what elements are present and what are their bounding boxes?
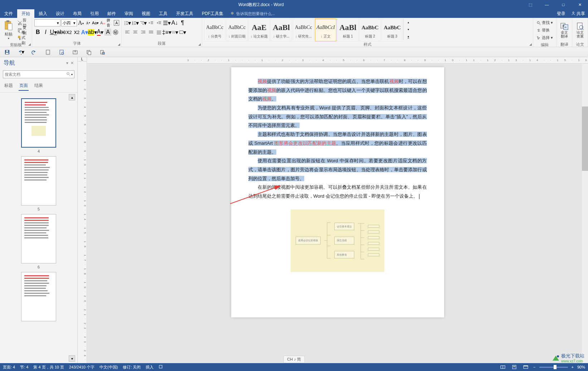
styles-gallery[interactable]: AaBbCc↓ 分类号AaBbCc↓ 封面日期AaE↓ 论文标题AaBl↓ 硕士…	[204, 19, 403, 41]
borders-button[interactable]: ▾	[179, 29, 186, 36]
nav-close-icon[interactable]: ✕	[71, 61, 74, 65]
document-image[interactable]: 通用会议纪要模板 会议基本信息 报告流程 其他事项	[291, 209, 384, 272]
qat-insert-icon[interactable]	[99, 49, 106, 56]
align-right-button[interactable]	[140, 29, 147, 36]
nav-tab-pages[interactable]: 页面	[19, 81, 29, 91]
bold-button[interactable]: B	[34, 29, 42, 36]
align-distributed-button[interactable]	[155, 29, 162, 36]
asian-layout-button[interactable]: ☰▾	[163, 19, 170, 26]
paragraph-launcher[interactable]: ◢	[198, 43, 201, 46]
tab-layout[interactable]: 布局	[69, 9, 86, 18]
style-item[interactable]: AaBl↓ 硕士学...	[271, 19, 292, 41]
vertical-ruler[interactable]: ·1·2·3·4·5·6·7·8·9·10·11·12·13·14·15·16·…	[78, 61, 87, 363]
status-page[interactable]: 页面: 4	[3, 365, 15, 370]
login-button[interactable]: 登录	[554, 9, 568, 18]
ribbon-display-options[interactable]: ⬚	[522, 0, 539, 9]
zoom-level[interactable]: 90%	[577, 365, 585, 369]
styles-scroll-down[interactable]: ▾	[405, 26, 412, 33]
translate-button[interactable]: 文A 全文翻译	[558, 19, 571, 41]
document-canvas[interactable]: 3··2··1····1··2··3··4··5··6··7··8··9··10…	[87, 57, 588, 363]
style-item[interactable]: AaBbCcI↓ 正文	[315, 19, 336, 41]
tab-tools[interactable]: 工具	[155, 9, 172, 18]
text-effects-button[interactable]: A▾	[81, 29, 88, 36]
tab-file[interactable]: 文件	[0, 9, 17, 18]
paste-button[interactable]: 粘贴 ▾	[1, 19, 16, 41]
window-close[interactable]: ✕	[572, 0, 588, 9]
window-maximize[interactable]: □	[555, 0, 572, 9]
tab-home[interactable]: 开始	[17, 9, 34, 18]
qat-share-icon[interactable]	[72, 49, 79, 56]
search-dropdown-icon[interactable]: ▾	[71, 73, 73, 76]
save-icon[interactable]	[4, 49, 11, 56]
status-word-count[interactable]: 243/2410 个字	[69, 365, 94, 370]
window-minimize[interactable]: —	[539, 0, 555, 9]
view-read-mode[interactable]	[499, 365, 507, 369]
qat-preview-icon[interactable]	[58, 49, 65, 56]
increase-indent-button[interactable]	[155, 19, 162, 26]
ruler-corner[interactable]: L	[78, 57, 87, 61]
phonetic-guide-button[interactable]: 拼音	[107, 19, 113, 26]
clipboard-launcher[interactable]: ◢	[28, 43, 31, 46]
tab-view[interactable]: 视图	[137, 9, 155, 18]
thumbs-scroll-up[interactable]: ▴	[69, 94, 75, 100]
decrease-font-icon[interactable]: A▾	[85, 19, 91, 26]
multilevel-list-button[interactable]: ▾	[140, 19, 147, 26]
status-language[interactable]: 中文(中国)	[99, 365, 118, 370]
decrease-indent-button[interactable]	[147, 19, 155, 26]
character-border-button[interactable]: A	[114, 20, 119, 26]
qat-copy-icon[interactable]	[85, 49, 92, 56]
select-button[interactable]: 选择 ▾	[535, 34, 554, 41]
tab-developer[interactable]: 开发工具	[172, 9, 198, 18]
ime-indicator[interactable]: CH ♪ 简	[283, 356, 305, 363]
nav-dropdown-icon[interactable]: ▾	[66, 61, 68, 65]
nav-tab-headings[interactable]: 标题	[4, 81, 14, 91]
clear-formatting-button[interactable]: A	[99, 19, 106, 26]
font-name-combo[interactable]: ▾	[34, 19, 60, 26]
sort-button[interactable]: A↓	[171, 19, 178, 26]
format-painter-button[interactable]: 格式刷	[16, 34, 30, 41]
tab-references[interactable]: 引用	[86, 9, 103, 18]
bullets-button[interactable]: ▾	[124, 19, 131, 26]
font-launcher[interactable]: ◢	[118, 43, 120, 46]
status-insert-mode[interactable]: 插入	[146, 365, 154, 370]
align-justify-button[interactable]	[147, 29, 155, 36]
tab-design[interactable]: 设计	[52, 9, 69, 18]
page-thumbnail[interactable]	[21, 214, 56, 263]
style-item[interactable]: AaE↓ 论文标题	[248, 19, 270, 41]
font-size-combo[interactable]: 小四▾	[61, 19, 77, 26]
page-thumbnail[interactable]	[21, 98, 56, 148]
highlight-color-button[interactable]: ab▾	[89, 29, 96, 36]
enclose-characters-button[interactable]: ㊙	[112, 29, 119, 36]
status-macro-icon[interactable]	[159, 365, 163, 370]
nav-search-box[interactable]: ▾	[3, 70, 74, 78]
undo-icon[interactable]: ▾	[17, 49, 24, 56]
character-shading-button[interactable]: A	[105, 29, 112, 36]
page-thumbnail[interactable]	[21, 156, 56, 206]
style-item[interactable]: AaBbC标题 3	[382, 19, 403, 41]
document-page[interactable]: 视频提供了功能强大的方法帮助您证明您的观点。当您单击联机视频时，可以在想要添加的…	[231, 67, 444, 317]
style-item[interactable]: AaBbCc↓ 封面日期	[226, 19, 248, 41]
tab-pdf[interactable]: PDF工具集	[198, 9, 228, 18]
font-color-button[interactable]: A▾	[97, 29, 104, 36]
zoom-out-icon[interactable]: −	[533, 365, 535, 369]
styles-expand[interactable]: ▾̲	[405, 33, 412, 40]
find-button[interactable]: 查找 ▾	[535, 19, 554, 26]
share-button[interactable]: 共享	[568, 9, 588, 18]
horizontal-ruler[interactable]: 3··2··1····1··2··3··4··5··6··7··8··9··10…	[87, 57, 588, 64]
view-web-layout[interactable]	[522, 365, 530, 369]
nav-search-input[interactable]	[5, 72, 66, 76]
page-thumbnail[interactable]	[21, 272, 56, 321]
styles-launcher[interactable]: ◢	[529, 43, 532, 46]
change-case-button[interactable]: Aa▾	[92, 19, 99, 26]
style-item[interactable]: AaBl标题 1	[337, 19, 359, 41]
status-section[interactable]: 节: 4	[20, 365, 28, 370]
zoom-in-icon[interactable]: +	[572, 365, 574, 369]
subscript-button[interactable]: x2	[65, 29, 73, 36]
italic-button[interactable]: I	[42, 29, 49, 36]
zoom-slider[interactable]	[539, 367, 568, 368]
shading-button[interactable]: ▾	[171, 29, 178, 36]
line-spacing-button[interactable]: ‡≡▾	[163, 29, 170, 36]
replace-button[interactable]: 替换	[535, 26, 554, 34]
increase-font-icon[interactable]: A▴	[78, 19, 84, 26]
status-page-of[interactable]: 第 4 页，共 10 页	[33, 365, 64, 370]
